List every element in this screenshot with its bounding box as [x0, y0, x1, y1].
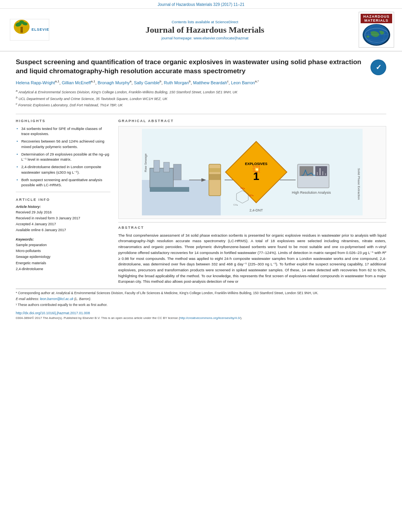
email-suffix: (L. Barron). [74, 297, 91, 301]
affiliation-b: b UCL Department of Security and Crime S… [16, 95, 386, 102]
two-column-layout: HIGHLIGHTS 34 sorbents tested for SPE of… [16, 117, 386, 285]
hazmat-badge: HAZARDOUS MATERIALS [359, 12, 394, 48]
highlight-item-1: 34 sorbents tested for SPE of multiple c… [16, 126, 110, 137]
footer-corresponding-note: * Corresponding author at: Analytical & … [16, 291, 386, 296]
badge-globe-image [363, 24, 390, 46]
highlight-item-2: Recoveries between 56 and 124% achieved … [16, 139, 110, 149]
section-divider-1 [16, 114, 386, 114]
keyword-2: Micro-pollutants [16, 248, 110, 254]
svg-point-11 [365, 29, 388, 41]
cc-link[interactable]: http://creativecommons.org/licenses/by/4… [180, 316, 240, 320]
svg-text:✓: ✓ [376, 63, 382, 71]
sciencedirect-link[interactable]: ScienceDirect [215, 20, 238, 24]
highlight-item-3: Determination of 29 explosives possible … [16, 152, 110, 162]
footer-email-line: E-mail address: leon.barron@kcl.ac.uk (L… [16, 297, 386, 302]
elsevier-logo-area: ELSEVIER [8, 19, 51, 41]
badge-title-text: HAZARDOUS MATERIALS [361, 14, 392, 23]
author-matthew: Matthew Beardah [193, 80, 227, 85]
graphical-abstract-heading: GRAPHICAL ABSTRACT [118, 119, 386, 123]
svg-text:NO₂: NO₂ [240, 187, 245, 189]
author-leon: Leon Barron [231, 80, 255, 85]
svg-text:NO₂: NO₂ [249, 194, 254, 196]
highlights-list: 34 sorbents tested for SPE of multiple c… [16, 126, 110, 188]
svg-rect-26 [209, 174, 221, 180]
svg-rect-20 [164, 162, 169, 172]
crossmark-badge: ✓ [370, 59, 386, 75]
affiliation-c: c Forensic Explosives Laboratory, Dstl F… [16, 102, 386, 108]
available-online-date: Available online 6 January 2017 [16, 227, 110, 233]
svg-point-10 [368, 25, 384, 44]
copyright-end: ). [240, 316, 242, 320]
section-divider-right [118, 222, 386, 222]
corresponding-author-note: * Corresponding author at: Analytical & … [16, 291, 318, 295]
keyword-4: Energetic materials [16, 260, 110, 266]
contents-available-text: Contents lists available at ScienceDirec… [55, 20, 355, 24]
svg-text:High Resolution Analysis: High Resolution Analysis [292, 191, 331, 195]
svg-rect-19 [154, 160, 160, 172]
keywords-label: Keywords: [16, 237, 110, 241]
svg-text:Solid Phase Extraction: Solid Phase Extraction [357, 168, 361, 200]
svg-text:ELSEVIER: ELSEVIER [32, 28, 49, 32]
abstract-text: The first comprehensive assessment of 34… [118, 233, 386, 285]
article-dates: Received 29 July 2016 Received in revise… [16, 209, 110, 234]
journal-title: Journal of Hazardous Materials [55, 25, 355, 35]
keywords-section: Keywords: Sample preparation Micro-pollu… [16, 237, 110, 272]
right-column: GRAPHICAL ABSTRACT Raw Sewage Solid Phas… [118, 117, 386, 285]
elsevier-icon-svg: ELSEVIER [10, 19, 49, 41]
svg-rect-21 [173, 164, 181, 180]
svg-point-5 [19, 20, 24, 24]
author-helena: Helena Rapp-Wright [16, 80, 55, 85]
svg-rect-25 [209, 168, 221, 172]
highlight-item-4: 2,4-dinitrotoluene detected in London co… [16, 164, 110, 175]
doi-line: http://dx.doi.org/10.1016/j.jhazmat.2017… [16, 310, 386, 315]
svg-point-7 [365, 25, 388, 44]
svg-text:1: 1 [253, 170, 259, 182]
keyword-5: 2,4-dinitrotoluene [16, 266, 110, 272]
graphical-abstract-image: Raw Sewage Solid Phase Extraction [121, 129, 383, 215]
authors-list: Helena Rapp-Wrighta,1, Gillian McEneffa,… [16, 79, 386, 86]
contents-label: Contents lists available at [172, 20, 214, 24]
abstract-heading: ABSTRACT [118, 226, 386, 230]
doi-link[interactable]: http://dx.doi.org/10.1016/j.jhazmat.2017… [16, 311, 90, 315]
email-address[interactable]: leon.barron@kcl.ac.uk [40, 297, 73, 301]
article-history-label: Article history: [16, 205, 110, 209]
keyword-3: Sewage epidemiology [16, 254, 110, 260]
homepage-url[interactable]: www.elsevier.com/locate/jhazmat [194, 36, 248, 40]
article-title: Suspect screening and quantification of … [16, 58, 366, 76]
journal-link-bar: Journal of Hazardous Materials 329 (2017… [0, 0, 402, 9]
email-label: E-mail address: [16, 297, 39, 301]
svg-rect-18 [150, 168, 173, 188]
accepted-date: Accepted 4 January 2017 [16, 221, 110, 227]
footer-footnote1: ¹ These authors contributed equally to t… [16, 302, 386, 308]
svg-rect-2 [20, 27, 23, 33]
affiliation-a: a Analytical & Environmental Sciences Di… [16, 89, 386, 95]
svg-text:CH₃: CH₃ [233, 204, 238, 206]
footer-divider [16, 289, 386, 289]
author-ruth: Ruth Morgan [164, 80, 189, 85]
received-revised-date: Received in revised form 3 January 2017 [16, 215, 110, 221]
copyright-text: 0304-3894/© 2017 The Author(s). Publishe… [16, 316, 180, 320]
article-container: Suspect screening and quantification of … [0, 52, 402, 324]
svg-text:2,4-DNT: 2,4-DNT [249, 208, 263, 212]
article-info-heading: ARTICLE INFO [16, 198, 110, 202]
journal-header-center: Contents lists available at ScienceDirec… [55, 20, 355, 40]
affiliations: a Analytical & Environmental Sciences Di… [16, 89, 386, 108]
journal-homepage: journal homepage: www.elsevier.com/locat… [55, 36, 355, 40]
graphical-abstract-section: GRAPHICAL ABSTRACT Raw Sewage Solid Phas… [118, 119, 386, 219]
journal-header: ELSEVIER Contents lists available at Sci… [0, 9, 402, 52]
copyright-line: 0304-3894/© 2017 The Author(s). Publishe… [16, 316, 386, 320]
svg-text:Raw Sewage: Raw Sewage [144, 153, 147, 172]
highlights-section: HIGHLIGHTS 34 sorbents tested for SPE of… [16, 119, 110, 188]
homepage-label: journal homepage: [162, 36, 193, 40]
author-sally: Sally Gamble [134, 80, 160, 85]
highlights-heading: HIGHLIGHTS [16, 119, 110, 123]
abstract-section: ABSTRACT The first comprehensive assessm… [118, 226, 386, 285]
highlight-item-5: Both suspect screening and quantitative … [16, 177, 110, 188]
article-info-section: ARTICLE INFO Article history: Received 2… [16, 198, 110, 234]
author-bronagh: Bronagh Murphy [98, 80, 130, 85]
svg-rect-22 [150, 187, 189, 192]
section-divider-left [16, 192, 110, 192]
keyword-1: Sample preparation [16, 242, 110, 248]
journal-citation: Journal of Hazardous Materials 329 (2017… [158, 2, 244, 7]
svg-rect-34 [300, 166, 313, 176]
